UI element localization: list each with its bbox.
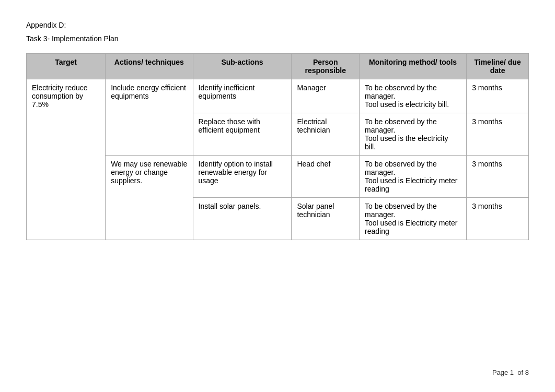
cell-subactions-4: Install solar panels. [193, 198, 292, 240]
page-number: Page 1 of 8 [492, 369, 529, 376]
col-header-timeline: Timeline/ due date [467, 54, 529, 79]
cell-monitoring-2: To be observed by the manager.Tool used … [360, 113, 467, 156]
page-footer: Page 1 of 8 [492, 369, 529, 376]
table-header-row: Target Actions/ techniques Sub-actions P… [27, 54, 529, 79]
col-header-target: Target [27, 54, 106, 79]
cell-actions-3: We may use renewable energy or change su… [106, 156, 193, 240]
cell-target-1: Electricity reduce consumption by 7.5% [27, 79, 106, 240]
cell-monitoring-3: To be observed by the manager.Tool used … [360, 156, 467, 198]
cell-subactions-2: Replace those with efficient equipment [193, 113, 292, 156]
cell-subactions-1: Identify inefficient equipments [193, 79, 292, 113]
col-header-monitoring: Monitoring method/ tools [360, 54, 467, 79]
cell-timeline-1: 3 months [467, 79, 529, 113]
col-header-subactions: Sub-actions [193, 54, 292, 79]
cell-monitoring-1: To be observed by the manager.Tool used … [360, 79, 467, 113]
col-header-actions: Actions/ techniques [106, 54, 193, 79]
cell-actions-1: Include energy efficient equipments [106, 79, 193, 156]
cell-timeline-2: 3 months [467, 113, 529, 156]
cell-person-2: Electrical technician [292, 113, 360, 156]
cell-monitoring-4: To be observed by the manager.Tool used … [360, 198, 467, 240]
appendix-title: Appendix D: [26, 21, 529, 29]
table-row: Electricity reduce consumption by 7.5% I… [27, 79, 529, 113]
task-title: Task 3- Implementation Plan [26, 34, 529, 43]
cell-subactions-3: Identify option to install renewable ene… [193, 156, 292, 198]
cell-person-1: Manager [292, 79, 360, 113]
cell-timeline-3: 3 months [467, 156, 529, 198]
page-container: Appendix D: Task 3- Implementation Plan … [0, 0, 555, 261]
implementation-table: Target Actions/ techniques Sub-actions P… [26, 53, 529, 240]
col-header-person: Person responsible [292, 54, 360, 79]
cell-person-3: Head chef [292, 156, 360, 198]
cell-timeline-4: 3 months [467, 198, 529, 240]
cell-person-4: Solar panel technician [292, 198, 360, 240]
